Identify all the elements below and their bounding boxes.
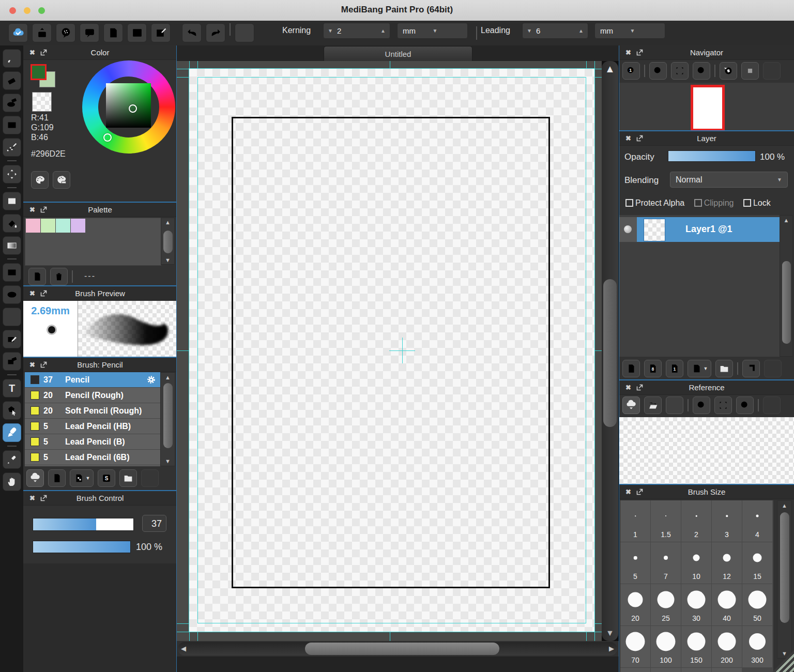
layer-visibility-cell[interactable] xyxy=(619,217,637,242)
text-tool[interactable]: T xyxy=(3,379,21,398)
transparent-color-swatch[interactable] xyxy=(32,92,52,112)
stepper-up-icon[interactable]: ▲ xyxy=(574,28,588,34)
scroll-up-icon[interactable]: ▲ xyxy=(780,217,792,223)
zoom-100-button[interactable]: 1 xyxy=(622,62,640,80)
palette-swatch-1[interactable] xyxy=(41,219,55,233)
brush-list-item[interactable]: 5Lead Pencil (B) xyxy=(25,434,160,450)
brush-size-scrollbar[interactable]: ▲ ▼ xyxy=(777,500,792,659)
rotate-reset-button[interactable] xyxy=(720,62,737,80)
lasso-tool[interactable] xyxy=(3,285,21,304)
duplicate-button[interactable] xyxy=(742,360,760,377)
brush-size-preset-partial[interactable] xyxy=(651,668,681,672)
saturation-value-square[interactable] xyxy=(106,83,151,128)
brush-size-preset-15[interactable]: 15 xyxy=(742,542,772,584)
brush-size-preset-12[interactable]: 12 xyxy=(712,542,742,584)
brush-list-item[interactable]: 5Lead Pencil (6B) xyxy=(25,450,160,465)
kerning-unit-dropdown[interactable]: mm ▼ xyxy=(397,23,468,39)
brush-list-item-selected[interactable]: 37Pencil xyxy=(25,372,160,388)
layer-visible-icon[interactable] xyxy=(624,225,632,233)
scroll-down-icon[interactable]: ▼ xyxy=(161,257,174,263)
new-page-button[interactable] xyxy=(28,268,46,285)
page-8-button[interactable]: 8 xyxy=(644,360,662,377)
clear-x-button[interactable] xyxy=(666,396,683,414)
brush-list-item[interactable]: 20Pencil (Rough) xyxy=(25,388,160,403)
canvas-vertical-scrollbar-thumb[interactable] xyxy=(603,279,617,427)
brush-size-preset-300[interactable]: 300 xyxy=(742,626,772,667)
brush-size-preset-2[interactable]: 2 xyxy=(681,500,711,542)
canvas-vertical-scrollbar[interactable]: ▲ ▼ xyxy=(602,61,618,641)
layer-scrollbar-thumb[interactable] xyxy=(782,261,791,344)
spinner-button[interactable] xyxy=(235,23,254,42)
add-menu-button[interactable]: ▼ xyxy=(70,469,94,487)
scroll-up-icon[interactable]: ▲ xyxy=(777,502,791,509)
layer-opacity-slider[interactable] xyxy=(668,150,756,162)
panel-clock-button[interactable] xyxy=(127,23,147,42)
brush-size-scrollbar-thumb[interactable] xyxy=(780,512,789,623)
pen-tool-active[interactable] xyxy=(3,423,21,442)
object-select-tool[interactable] xyxy=(3,401,21,420)
zoom-out-button[interactable] xyxy=(736,396,754,414)
brush-size-slider[interactable] xyxy=(33,518,134,531)
layer-row[interactable]: Layer1 @1 xyxy=(619,217,780,242)
palette-edit-button[interactable] xyxy=(53,171,70,189)
scroll-up-icon[interactable]: ▲ xyxy=(161,374,175,380)
palette-scrollbar-thumb[interactable] xyxy=(163,231,173,253)
brush-size-preset-50[interactable]: 50 xyxy=(742,584,772,625)
stepper-down-icon[interactable]: ▼ xyxy=(324,28,337,34)
zoom-in-button[interactable] xyxy=(649,62,667,80)
select-pen-tool[interactable] xyxy=(3,330,21,348)
palette-scrollbar[interactable]: ▲ ▼ xyxy=(161,218,175,265)
brush-size-preset-4[interactable]: 4 xyxy=(742,500,772,542)
kerning-value[interactable]: 2 xyxy=(337,26,376,35)
new-page-button[interactable] xyxy=(622,360,640,377)
polyline-pen-tool[interactable] xyxy=(3,138,21,157)
scroll-down-icon[interactable]: ▼ xyxy=(602,629,618,638)
brush-size-preset-200[interactable]: 200 xyxy=(712,626,742,667)
trim-button[interactable] xyxy=(741,62,759,80)
brush-opacity-slider[interactable] xyxy=(33,541,131,553)
redo-button[interactable] xyxy=(206,23,225,42)
brush-size-preset-1[interactable]: 1 xyxy=(620,500,650,542)
sv-selector[interactable] xyxy=(129,104,137,113)
canvas-horizontal-scrollbar[interactable]: ◀ ▶ xyxy=(178,642,617,655)
undo-button[interactable] xyxy=(182,23,202,42)
comment-balloon-button[interactable] xyxy=(80,23,99,42)
brush-size-preset-3[interactable]: 3 xyxy=(712,500,742,542)
fill-rect-tool[interactable] xyxy=(3,192,21,210)
leading-value[interactable]: 6 xyxy=(536,26,574,35)
palette-swatch-0[interactable] xyxy=(26,219,40,233)
brush-size-preset-10[interactable]: 10 xyxy=(681,542,711,584)
brush-size-preset-5[interactable]: 5 xyxy=(620,542,650,584)
brush-size-preset-partial[interactable] xyxy=(681,668,711,672)
brush-list-item-partial[interactable] xyxy=(25,465,160,466)
add-layer-button[interactable]: ▼ xyxy=(688,360,711,377)
select-rect-tool[interactable] xyxy=(3,263,21,282)
brush-size-preset-30[interactable]: 30 xyxy=(681,584,711,625)
stepper-up-icon[interactable]: ▲ xyxy=(376,28,390,34)
hand-tool[interactable] xyxy=(3,472,21,491)
scroll-left-icon[interactable]: ◀ xyxy=(181,645,186,652)
reference-image-area[interactable] xyxy=(619,417,794,485)
foreground-color-swatch[interactable] xyxy=(30,64,47,80)
brush-list-scrollbar[interactable]: ▲ ▼ xyxy=(160,372,175,466)
palette-button[interactable] xyxy=(31,171,49,189)
brush-size-value[interactable]: 37 xyxy=(142,515,166,532)
navigator-preview-area[interactable] xyxy=(619,83,794,130)
layer-row-selected-bg[interactable]: Layer1 @1 xyxy=(637,217,780,242)
fit-button[interactable] xyxy=(671,62,689,80)
new-page-button[interactable] xyxy=(48,469,66,487)
table-edit-button[interactable] xyxy=(151,23,171,42)
clipping-checkbox[interactable] xyxy=(694,199,702,207)
scroll-up-icon[interactable]: ▲ xyxy=(161,219,174,225)
share-button[interactable] xyxy=(32,23,52,42)
select-eraser-tool[interactable] xyxy=(3,352,21,371)
protect-alpha-checkbox[interactable] xyxy=(625,199,633,207)
scroll-down-icon[interactable]: ▼ xyxy=(161,458,175,464)
brush-size-preset-partial[interactable] xyxy=(620,668,650,672)
brush-size-preset-40[interactable]: 40 xyxy=(712,584,742,625)
lock-checkbox[interactable] xyxy=(743,199,751,207)
document-button[interactable] xyxy=(103,23,123,42)
brush-size-preset-25[interactable]: 25 xyxy=(651,584,681,625)
layer-thumbnail[interactable] xyxy=(644,219,665,241)
brush-list-item[interactable]: 5Lead Pencil (HB) xyxy=(25,419,160,434)
